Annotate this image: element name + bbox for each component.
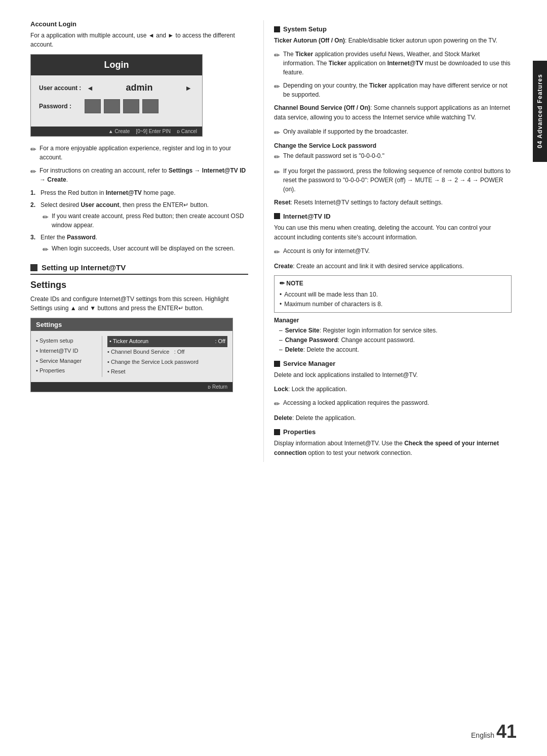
side-tab-content: 04 Advanced Features bbox=[536, 74, 543, 149]
forgot-password-note: ✏ If you forget the password, press the … bbox=[274, 166, 512, 194]
properties-bullet bbox=[274, 429, 280, 435]
black-square-icon bbox=[30, 264, 37, 271]
login-body: User account : ◄ admin ► Password : bbox=[31, 75, 202, 127]
service-manager-desc: Delete and lock applications installed t… bbox=[274, 370, 512, 380]
settings-desc: Create IDs and configure Internet@TV set… bbox=[30, 295, 248, 313]
password-box-4 bbox=[142, 99, 159, 113]
setting-up-heading: Setting up Internet@TV bbox=[42, 263, 126, 272]
system-setup-bullet bbox=[274, 26, 280, 32]
user-label: User account : bbox=[39, 85, 85, 92]
numbered-list: 1. Press the Red button in Internet@TV h… bbox=[30, 188, 248, 255]
note-2: ✏ For instructions on creating an accoun… bbox=[30, 166, 248, 184]
internet-tv-id-heading: Internet@TV ID bbox=[274, 213, 512, 220]
password-box-3 bbox=[123, 99, 139, 113]
note-text-1: For a more enjoyable application experie… bbox=[40, 144, 248, 162]
note-1: ✏ For a more enjoyable application exper… bbox=[30, 144, 248, 162]
internet-tv-id-bullet bbox=[274, 213, 280, 219]
create-text: Create: Create an account and link it wi… bbox=[274, 262, 512, 271]
delete-item: Delete: Delete the account. bbox=[279, 345, 512, 355]
ticker-note-text-1: The Ticker application provides useful N… bbox=[283, 50, 512, 77]
right-arrow-icon: ► bbox=[185, 84, 192, 92]
properties-title: Properties bbox=[283, 428, 316, 436]
create-hint: ▲ Create bbox=[108, 129, 130, 134]
settings-ui-title: Settings bbox=[31, 318, 232, 331]
footer-page-number: 41 bbox=[496, 723, 517, 741]
lock-note-icon: ✏ bbox=[274, 399, 280, 409]
channel-bound-note-text: Only available if supported by the broad… bbox=[283, 127, 408, 136]
settings-ui-box: Settings • System setup • Internet@TV ID… bbox=[30, 318, 233, 392]
lock-text: Lock: Lock the application. bbox=[274, 385, 512, 394]
user-value: admin bbox=[96, 82, 183, 93]
account-login-section: Account Login For a application with mul… bbox=[30, 20, 248, 255]
cancel-hint: ᴅ Cancel bbox=[177, 129, 197, 134]
step-2: 2. Select desired User account, then pre… bbox=[30, 200, 248, 230]
password-label: Password : bbox=[39, 103, 85, 110]
internet-tv-id-note-icon: ✏ bbox=[274, 247, 280, 258]
password-row: Password : bbox=[39, 99, 194, 113]
settings-right-menu: • Ticker Autorun : Off • Channel Bound S… bbox=[102, 336, 227, 377]
step-3-num: 3. bbox=[30, 233, 37, 242]
page-footer: English 41 bbox=[471, 723, 517, 741]
step-1-text: Press the Red button in Internet@TV home… bbox=[41, 188, 248, 197]
ticker-label: • Ticker Autorun bbox=[109, 337, 148, 347]
side-tab: 04 Advanced Features bbox=[533, 61, 547, 162]
account-login-title: Account Login bbox=[30, 20, 248, 28]
lock-note-text: Accessing a locked application requires … bbox=[283, 398, 429, 407]
ticker-value: : Off bbox=[215, 337, 225, 347]
enter-pin-hint: [0~9] Enter PIN bbox=[136, 129, 171, 134]
properties-heading: Properties bbox=[274, 428, 512, 436]
user-account-row: User account : ◄ admin ► bbox=[39, 82, 194, 93]
ticker-note-icon-2: ✏ bbox=[274, 81, 280, 92]
properties-desc: Display information about Internet@TV. U… bbox=[274, 439, 512, 458]
login-box: Login User account : ◄ admin ► Password … bbox=[30, 54, 203, 137]
note-box-item-1: Account will be made less than 10. bbox=[280, 290, 506, 300]
channel-bound-note-icon: ✏ bbox=[274, 128, 280, 138]
forgot-pass-icon: ✏ bbox=[274, 167, 280, 178]
note-box: ✏ NOTE Account will be made less than 10… bbox=[274, 275, 512, 313]
properties-section: Properties Display information about Int… bbox=[274, 428, 512, 458]
note-pencil-icon-2: ✏ bbox=[30, 166, 36, 177]
service-site-item: Service Site: Register login information… bbox=[279, 326, 512, 335]
step-1: 1. Press the Red button in Internet@TV h… bbox=[30, 188, 248, 197]
password-box-2 bbox=[104, 99, 120, 113]
service-manager-heading: Service Manager bbox=[274, 360, 512, 367]
settings-footer: ᴅ Return bbox=[31, 382, 232, 392]
forgot-pass-text: If you forget the password, press the fo… bbox=[283, 166, 512, 194]
setting-up-heading-bar: Setting up Internet@TV bbox=[30, 263, 248, 275]
step-2-content: Select desired User account, then press … bbox=[41, 200, 248, 230]
internet-tv-id-desc: You can use this menu when creating, del… bbox=[274, 223, 512, 242]
service-manager-section: Service Manager Delete and lock applicat… bbox=[274, 360, 512, 423]
step-2-num: 2. bbox=[30, 200, 37, 209]
step-2-note-icon: ✏ bbox=[43, 212, 49, 223]
delete-text: Delete: Delete the application. bbox=[274, 413, 512, 423]
step-3-text: Enter the Password. bbox=[41, 234, 97, 241]
settings-menu-id: • Internet@TV ID bbox=[36, 346, 102, 356]
internet-tv-id-note: ✏ Account is only for internet@TV. bbox=[274, 246, 512, 258]
step-3-subnote: ✏ When login succeeds, User account will… bbox=[43, 244, 248, 255]
ticker-note-2: ✏ Depending on your country, the Ticker … bbox=[274, 81, 512, 99]
ticker-note-icon-1: ✏ bbox=[274, 50, 280, 61]
step-3-note-text: When login succeeds, User account will b… bbox=[52, 244, 235, 253]
settings-menu-properties: • Properties bbox=[36, 366, 102, 376]
note-text-2: For instructions on creating an account,… bbox=[40, 166, 248, 184]
password-box-1 bbox=[85, 99, 101, 113]
settings-change-lock: • Change the Service Lock password bbox=[107, 357, 227, 367]
step-3: 3. Enter the Password. ✏ When login succ… bbox=[30, 233, 248, 255]
ticker-note-1: ✏ The Ticker application provides useful… bbox=[274, 50, 512, 77]
step-3-content: Enter the Password. ✏ When login succeed… bbox=[41, 233, 248, 255]
internet-tv-id-title: Internet@TV ID bbox=[283, 213, 331, 220]
internet-tv-id-section: Internet@TV ID You can use this menu whe… bbox=[274, 213, 512, 355]
system-setup-heading: System Setup bbox=[274, 25, 512, 33]
login-footer: ▲ Create [0~9] Enter PIN ᴅ Cancel bbox=[31, 127, 202, 136]
step-2-note-text: If you want create account, press Red bu… bbox=[52, 212, 248, 230]
return-hint: ᴅ Return bbox=[208, 384, 227, 390]
channel-bound-text: Channel Bound Service (Off / On): Some c… bbox=[274, 103, 512, 122]
reset-text: Reset: Resets Internet@TV settings to fa… bbox=[274, 198, 512, 207]
left-column: Account Login For a application with mul… bbox=[30, 20, 263, 462]
settings-left-menu: • System setup • Internet@TV ID • Servic… bbox=[36, 336, 102, 377]
default-pass-icon: ✏ bbox=[274, 152, 280, 162]
internet-tv-id-note-text: Account is only for internet@TV. bbox=[283, 246, 370, 256]
default-password-note: ✏ The default password set is "0-0-0-0." bbox=[274, 151, 512, 162]
note-box-title: ✏ NOTE bbox=[280, 279, 506, 288]
default-pass-text: The default password set is "0-0-0-0." bbox=[283, 151, 384, 160]
